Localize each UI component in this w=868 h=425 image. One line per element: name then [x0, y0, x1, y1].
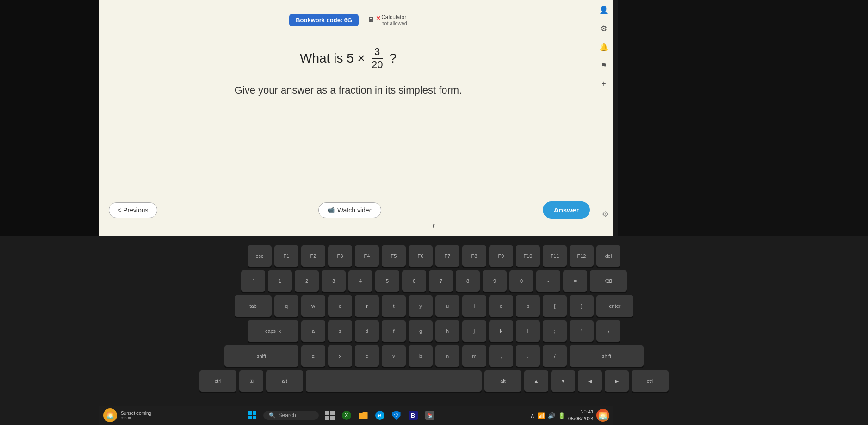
key-j[interactable]: j [462, 320, 486, 342]
key-del[interactable]: del [596, 245, 620, 267]
key-f6[interactable]: F6 [409, 245, 433, 267]
key-6[interactable]: 6 [402, 270, 426, 292]
taskbar-shield-icon[interactable]: 🛡 [391, 410, 402, 421]
screen-gear-icon[interactable]: ⚙ [602, 210, 608, 219]
key-shift-r[interactable]: shift [570, 345, 644, 367]
key-f10[interactable]: F10 [516, 245, 540, 267]
key-ctrl-r[interactable]: ctrl [632, 370, 669, 392]
key-g[interactable]: g [409, 320, 433, 342]
key-0[interactable]: 0 [509, 270, 533, 292]
key-m[interactable]: m [462, 345, 486, 367]
key-rbracket[interactable]: ] [570, 295, 594, 317]
answer-button[interactable]: Answer [543, 201, 590, 219]
key-win[interactable]: ⊞ [239, 370, 263, 392]
speaker-icon[interactable]: 🔊 [548, 412, 555, 419]
taskbar-search[interactable]: 🔍 Search [263, 411, 319, 420]
key-r[interactable]: r [355, 295, 379, 317]
key-o[interactable]: o [489, 295, 513, 317]
key-f12[interactable]: F12 [570, 245, 594, 267]
taskbar-xbox-icon[interactable]: X [341, 410, 352, 421]
key-7[interactable]: 7 [429, 270, 453, 292]
key-v[interactable]: v [382, 345, 406, 367]
key-tab[interactable]: tab [235, 295, 272, 317]
key-f2[interactable]: F2 [301, 245, 325, 267]
flag-icon[interactable]: ⚑ [599, 60, 609, 70]
key-a[interactable]: a [301, 320, 325, 342]
taskbar-app-icon[interactable]: 📚 [424, 410, 435, 421]
battery-icon[interactable]: 🔋 [558, 412, 565, 419]
key-semicolon[interactable]: ; [543, 320, 567, 342]
key-enter[interactable]: enter [596, 295, 633, 317]
key-y[interactable]: y [409, 295, 433, 317]
key-backtick[interactable]: ` [241, 270, 265, 292]
wifi-icon[interactable]: 📶 [538, 412, 545, 419]
key-w[interactable]: w [301, 295, 325, 317]
key-b[interactable]: b [409, 345, 433, 367]
user-icon[interactable]: 👤 [599, 5, 609, 15]
key-l[interactable]: l [516, 320, 540, 342]
key-x[interactable]: x [328, 345, 352, 367]
key-p[interactable]: p [516, 295, 540, 317]
key-9[interactable]: 9 [483, 270, 507, 292]
previous-button[interactable]: < Previous [109, 202, 157, 218]
key-1[interactable]: 1 [268, 270, 292, 292]
key-f1[interactable]: F1 [274, 245, 298, 267]
key-i[interactable]: i [462, 295, 486, 317]
key-caps[interactable]: caps lk [248, 320, 298, 342]
plus-icon[interactable]: + [599, 79, 609, 89]
key-8[interactable]: 8 [456, 270, 480, 292]
key-c[interactable]: c [355, 345, 379, 367]
key-comma[interactable]: , [489, 345, 513, 367]
watch-video-button[interactable]: 📹 Watch video [318, 202, 382, 218]
key-f[interactable]: f [382, 320, 406, 342]
key-lbracket[interactable]: [ [543, 295, 567, 317]
key-s[interactable]: s [328, 320, 352, 342]
chevron-up-icon[interactable]: ∧ [530, 412, 535, 419]
key-quote[interactable]: ' [570, 320, 594, 342]
taskbar-files-icon[interactable] [358, 410, 369, 421]
key-f5[interactable]: F5 [382, 245, 406, 267]
key-period[interactable]: . [516, 345, 540, 367]
taskbar-snap-icon[interactable] [324, 410, 335, 421]
key-space[interactable] [306, 370, 482, 392]
key-u[interactable]: u [435, 295, 459, 317]
key-shift-l[interactable]: shift [224, 345, 298, 367]
key-5[interactable]: 5 [375, 270, 399, 292]
key-equals[interactable]: = [563, 270, 587, 292]
settings-icon[interactable]: ⚙ [599, 23, 609, 33]
key-n[interactable]: n [435, 345, 459, 367]
key-2[interactable]: 2 [295, 270, 319, 292]
key-esc[interactable]: esc [248, 245, 272, 267]
key-f7[interactable]: F7 [435, 245, 459, 267]
key-z[interactable]: z [301, 345, 325, 367]
key-minus[interactable]: - [536, 270, 560, 292]
key-alt-r[interactable]: alt [484, 370, 521, 392]
key-f11[interactable]: F11 [543, 245, 567, 267]
key-backspace[interactable]: ⌫ [590, 270, 627, 292]
key-e[interactable]: e [328, 295, 352, 317]
key-right[interactable]: ▶ [605, 370, 629, 392]
windows-start-button[interactable] [247, 410, 258, 421]
bell-icon[interactable]: 🔔 [599, 42, 609, 52]
taskbar-edge-icon[interactable]: e [374, 410, 385, 421]
key-down[interactable]: ▼ [551, 370, 575, 392]
key-alt-l[interactable]: alt [266, 370, 303, 392]
key-slash[interactable]: / [543, 345, 567, 367]
key-f8[interactable]: F8 [462, 245, 486, 267]
key-left[interactable]: ◀ [578, 370, 602, 392]
key-backslash[interactable]: \ [596, 320, 620, 342]
key-ctrl-l[interactable]: ctrl [199, 370, 236, 392]
key-f3[interactable]: F3 [328, 245, 352, 267]
taskbar-b-icon[interactable]: B [408, 410, 419, 421]
key-f4[interactable]: F4 [355, 245, 379, 267]
key-3[interactable]: 3 [322, 270, 346, 292]
taskbar-profile-avatar[interactable]: 🌅 [596, 409, 609, 422]
key-d[interactable]: d [355, 320, 379, 342]
key-up[interactable]: ▲ [524, 370, 548, 392]
key-f9[interactable]: F9 [489, 245, 513, 267]
key-4[interactable]: 4 [348, 270, 372, 292]
key-h[interactable]: h [435, 320, 459, 342]
key-t[interactable]: t [382, 295, 406, 317]
key-q[interactable]: q [274, 295, 298, 317]
key-k[interactable]: k [489, 320, 513, 342]
